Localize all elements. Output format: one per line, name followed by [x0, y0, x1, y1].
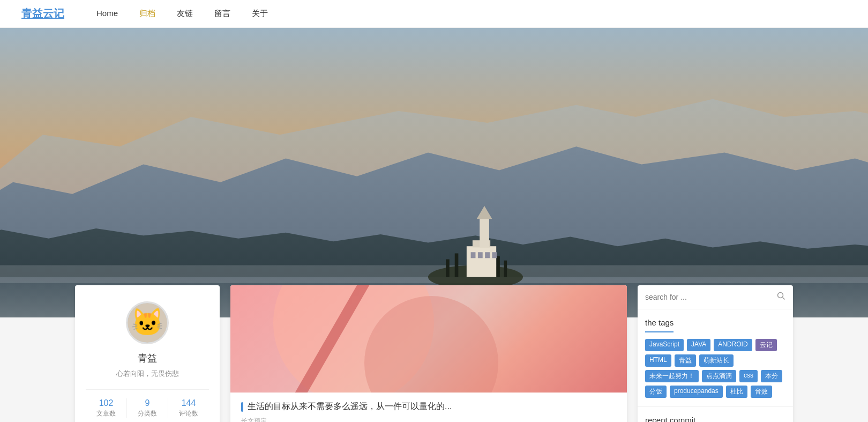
nav-links: Home 归档 友链 留言 关于: [96, 9, 268, 19]
site-logo[interactable]: 青益云记: [21, 6, 64, 21]
nav-friends[interactable]: 友链: [177, 9, 193, 19]
tag-qingyi[interactable]: 青益: [675, 354, 696, 367]
svg-rect-16: [478, 252, 483, 258]
search-button[interactable]: [777, 292, 785, 302]
stat-categories-label: 分类数: [138, 409, 157, 418]
svg-rect-13: [480, 218, 489, 247]
svg-rect-10: [504, 261, 507, 277]
stat-articles-num: 102: [99, 398, 114, 408]
svg-point-19: [778, 293, 783, 298]
tag-newbie[interactable]: 萌新站长: [699, 354, 734, 367]
svg-rect-15: [471, 252, 476, 258]
tag-dubi[interactable]: 杜比: [726, 386, 747, 398]
profile-card: 青益 心若向阳，无畏伤悲 102 文章数 9 分类数 144 评论数: [75, 285, 220, 422]
search-input[interactable]: [645, 293, 777, 301]
tag-drops[interactable]: 点点滴滴: [702, 370, 736, 382]
article-cover: [230, 285, 627, 393]
tag-benfen[interactable]: 本分: [761, 370, 782, 382]
nav-home[interactable]: Home: [96, 9, 118, 19]
svg-rect-11: [467, 246, 496, 277]
recent-commit-section: recent commit 🦊 Xiaoshi 沟∝(≧V≤*)♪: [638, 407, 793, 422]
profile-stats: 102 文章数 9 分类数 144 评论数: [86, 389, 209, 418]
profile-name: 青益: [138, 352, 157, 365]
svg-rect-9: [496, 256, 500, 277]
stat-articles-label: 文章数: [96, 409, 116, 418]
stat-articles: 102 文章数: [86, 398, 126, 418]
tag-javascript[interactable]: JavaScript: [645, 339, 684, 351]
tag-yinxiao[interactable]: 音效: [751, 386, 772, 398]
article-title-bar: 生活的目标从来不需要多么遥远，从一件可以量化的...: [241, 401, 616, 412]
article-bar-accent: [241, 402, 243, 412]
svg-line-20: [783, 298, 785, 300]
tag-future[interactable]: 未来一起努力！: [645, 370, 699, 382]
tags-title: the tags: [645, 318, 674, 332]
content-area: 青益 心若向阳，无畏伤悲 102 文章数 9 分类数 144 评论数: [0, 285, 868, 422]
search-icon: [777, 292, 785, 300]
tag-fenfa[interactable]: 分饭: [645, 386, 667, 398]
tag-css[interactable]: css: [739, 370, 758, 382]
nav-about[interactable]: 关于: [252, 9, 268, 19]
svg-rect-17: [485, 252, 490, 258]
tag-html[interactable]: HTML: [645, 354, 671, 367]
tag-producepandas[interactable]: producepandas: [670, 386, 723, 398]
stat-categories-num: 9: [145, 398, 150, 408]
tag-yunji[interactable]: 云记: [755, 339, 777, 351]
article-title[interactable]: 生活的目标从来不需要多么遥远，从一件可以量化的...: [248, 401, 452, 412]
tags-area: JavaScript JAVA ANDROID 云记 HTML 青益 萌新站长 …: [645, 339, 785, 398]
hero-banner: [0, 28, 868, 317]
tag-android[interactable]: ANDROID: [714, 339, 752, 351]
svg-rect-8: [455, 253, 459, 277]
recent-commit-title: recent commit: [645, 416, 695, 422]
profile-motto: 心若向阳，无畏伤悲: [116, 369, 179, 379]
avatar: [126, 301, 169, 344]
svg-rect-7: [446, 260, 450, 277]
tags-section: the tags JavaScript JAVA ANDROID 云记 HTML…: [638, 309, 793, 407]
nav-archive[interactable]: 归档: [139, 9, 155, 19]
navbar: 青益云记 Home 归档 友链 留言 关于: [0, 0, 868, 28]
stat-comments-num: 144: [182, 398, 196, 408]
stat-categories: 9 分类数: [126, 398, 168, 418]
avatar-image: [128, 303, 167, 343]
article-body: 生活的目标从来不需要多么遥远，从一件可以量化的... 长文预定: [230, 393, 627, 422]
svg-rect-18: [492, 252, 497, 258]
article-card: 生活的目标从来不需要多么遥远，从一件可以量化的... 长文预定: [230, 285, 627, 422]
search-box: [638, 285, 793, 309]
tag-java[interactable]: JAVA: [687, 339, 710, 351]
article-meta: 长文预定: [241, 417, 616, 422]
sidebar: the tags JavaScript JAVA ANDROID 云记 HTML…: [638, 285, 793, 422]
stat-comments: 144 评论数: [168, 398, 209, 418]
nav-guestbook[interactable]: 留言: [214, 9, 230, 19]
stat-comments-label: 评论数: [179, 409, 198, 418]
